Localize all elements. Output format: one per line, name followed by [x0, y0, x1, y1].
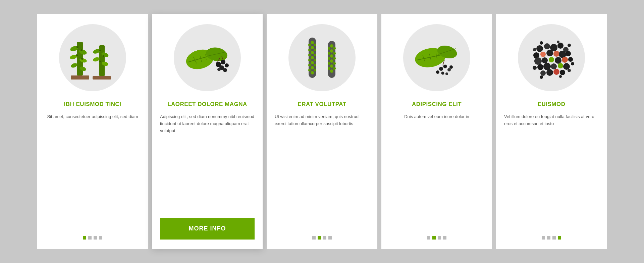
card-5: EUISMOD Vel illum dolore eu feugiat null… [496, 14, 607, 249]
svg-point-32 [223, 68, 227, 72]
svg-point-81 [443, 64, 447, 68]
svg-point-39 [311, 51, 314, 54]
svg-point-115 [557, 41, 559, 43]
svg-point-59 [330, 54, 333, 58]
dot [328, 236, 332, 240]
svg-point-57 [330, 44, 333, 48]
dot [438, 236, 441, 240]
card-1-title: IBH EUISMOD TINCI [64, 101, 121, 108]
svg-point-99 [534, 57, 542, 65]
svg-point-69 [328, 62, 330, 65]
dot-active [558, 236, 561, 240]
card-3-title: ERAT VOLUTPAT [298, 101, 346, 108]
svg-point-47 [314, 49, 316, 51]
svg-point-70 [333, 62, 336, 65]
svg-point-118 [571, 62, 574, 65]
svg-point-38 [311, 46, 314, 49]
svg-point-95 [546, 50, 553, 56]
svg-point-67 [328, 57, 330, 60]
svg-point-86 [449, 65, 453, 69]
card-2-text: Adipiscing elit, sed diam nonummy nibh e… [160, 113, 255, 210]
svg-point-111 [546, 69, 553, 76]
svg-point-71 [328, 67, 330, 70]
svg-point-48 [308, 54, 311, 56]
svg-point-29 [221, 60, 225, 64]
svg-point-66 [333, 52, 336, 55]
svg-point-45 [314, 44, 316, 46]
svg-point-91 [557, 43, 564, 49]
svg-point-108 [558, 63, 563, 68]
svg-rect-0 [71, 75, 89, 80]
svg-point-72 [333, 67, 336, 70]
svg-point-46 [308, 49, 311, 51]
svg-point-119 [533, 66, 537, 70]
dot [547, 236, 550, 240]
svg-point-117 [533, 48, 536, 51]
svg-point-18 [99, 49, 101, 51]
svg-point-9 [76, 46, 78, 48]
svg-point-100 [542, 57, 548, 63]
svg-point-19 [103, 55, 105, 57]
card-1-dots [83, 236, 102, 240]
svg-point-65 [328, 52, 330, 55]
svg-point-10 [80, 49, 83, 51]
mixed-peppercorns-icon [523, 30, 580, 86]
card-2-title: LAOREET DOLORE MAGNA [167, 101, 247, 108]
card-1-text: Sit amet, consectetuer adipiscing elit, … [47, 113, 138, 228]
card-4-title: ADIPISCING ELIT [412, 101, 462, 108]
card-1-icon-circle [59, 24, 126, 91]
svg-point-62 [330, 69, 333, 73]
svg-point-106 [543, 63, 551, 70]
svg-point-114 [540, 41, 543, 45]
dot [427, 236, 430, 240]
card-3: ERAT VOLUTPAT Ut wisi enim ad minim veni… [267, 14, 377, 249]
svg-point-102 [555, 57, 561, 64]
dot [323, 236, 326, 240]
svg-point-49 [314, 54, 316, 56]
svg-point-82 [447, 68, 451, 71]
svg-point-122 [559, 75, 562, 78]
dot-active [83, 236, 86, 240]
dot [99, 236, 102, 240]
svg-rect-1 [93, 76, 111, 80]
svg-point-105 [537, 64, 543, 70]
svg-point-55 [314, 69, 316, 71]
svg-point-107 [551, 63, 557, 69]
svg-point-20 [99, 60, 101, 62]
svg-point-31 [225, 63, 229, 67]
svg-point-33 [217, 68, 221, 71]
cards-container: IBH EUISMOD TINCI Sit amet, consectetuer… [27, 1, 617, 262]
dot-active [318, 236, 321, 240]
svg-point-64 [333, 47, 336, 50]
svg-point-50 [308, 59, 311, 61]
dot [552, 236, 556, 240]
svg-point-120 [568, 69, 571, 72]
dot [88, 236, 92, 240]
svg-point-113 [560, 70, 565, 75]
card-4-icon-circle [403, 24, 470, 91]
svg-point-43 [311, 71, 314, 74]
svg-point-104 [568, 57, 573, 62]
card-3-text: Ut wisi enim ad minim veniam, quis nostr… [275, 113, 369, 228]
plant-towers-icon [67, 32, 118, 84]
svg-point-94 [540, 52, 546, 57]
card-5-title: EUISMOD [538, 101, 566, 108]
card-4-dots [427, 236, 446, 240]
card-5-text: Vel illum dolore eu feugiat nulla facili… [504, 113, 599, 228]
more-info-button[interactable]: MORE INFO [160, 218, 255, 240]
card-1: IBH EUISMOD TINCI Sit amet, consectetuer… [37, 14, 148, 249]
dot [94, 236, 97, 240]
svg-point-63 [328, 47, 330, 50]
svg-point-89 [544, 43, 550, 49]
svg-point-83 [436, 70, 439, 74]
svg-point-98 [566, 51, 571, 56]
card-4-text: Duis autem vel eum iriure dolor in [404, 113, 469, 228]
svg-point-84 [441, 71, 444, 74]
card-5-dots [542, 236, 561, 240]
svg-point-112 [553, 69, 559, 75]
svg-point-51 [314, 59, 316, 61]
svg-point-101 [549, 57, 554, 62]
svg-point-110 [540, 70, 546, 76]
svg-point-12 [81, 58, 83, 60]
svg-point-40 [311, 56, 314, 59]
